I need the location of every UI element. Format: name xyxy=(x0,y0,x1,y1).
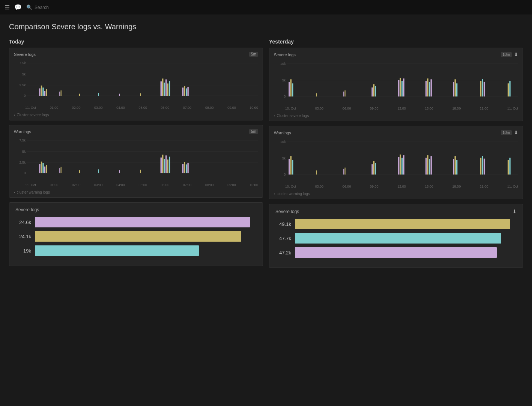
svg-rect-71 xyxy=(373,84,374,96)
chart-icon: ▪ xyxy=(274,192,275,196)
footer-label: cluster warning logs xyxy=(17,190,50,194)
svg-rect-106 xyxy=(401,158,403,174)
yesterday-warnings-panel: Warnings 10m ⬇ 10k 5k 0 xyxy=(269,126,523,199)
svg-rect-41 xyxy=(46,165,47,173)
yesterday-bars-filter-icon[interactable]: ⬇ xyxy=(512,209,517,214)
svg-text:2.5k: 2.5k xyxy=(19,161,26,164)
x-label: 12:00 xyxy=(397,185,406,188)
today-section: Today Severe logs 5m xyxy=(9,39,263,268)
chat-icon[interactable]: 💬 xyxy=(14,4,22,11)
today-label: Today xyxy=(9,39,263,45)
yesterday-label: Yesterday xyxy=(269,39,523,45)
footer-label: Cluster severe logs xyxy=(17,113,49,117)
yesterday-bars-header: Severe logs ⬇ xyxy=(275,209,517,214)
svg-rect-10 xyxy=(42,87,44,96)
svg-rect-109 xyxy=(427,155,428,174)
svg-rect-69 xyxy=(345,90,346,96)
svg-rect-38 xyxy=(41,162,42,173)
today-bars-header: Severe logs xyxy=(15,207,257,212)
svg-rect-16 xyxy=(162,78,163,96)
x-label: 11. Oct xyxy=(507,185,518,188)
svg-rect-23 xyxy=(186,89,187,96)
yesterday-severe-chart: 10k 5k 0 xyxy=(274,60,518,112)
yesterday-warnings-filter-icon[interactable]: ⬇ xyxy=(514,130,518,135)
search-icon: 🔍 xyxy=(26,5,32,10)
search-bar[interactable]: 🔍 xyxy=(26,5,117,10)
yesterday-warnings-controls: 10m ⬇ xyxy=(501,130,518,135)
svg-rect-78 xyxy=(427,78,428,96)
svg-rect-47 xyxy=(165,155,167,173)
svg-rect-110 xyxy=(429,159,430,174)
svg-rect-119 xyxy=(509,158,510,174)
yesterday-bars-panel: Severe logs ⬇ 49.1k 47.7k 47.2k xyxy=(269,204,523,268)
svg-rect-70 xyxy=(371,87,373,96)
x-label: 11. Oct xyxy=(25,183,36,187)
yesterday-severe-interval[interactable]: 10m xyxy=(501,52,512,57)
svg-text:7.5k: 7.5k xyxy=(19,138,26,142)
svg-rect-37 xyxy=(39,164,40,173)
today-severe-svg: 7.5k 5k 2.5k 0 xyxy=(14,59,258,104)
x-label: 07:00 xyxy=(183,106,192,110)
svg-rect-114 xyxy=(456,160,457,174)
svg-rect-14 xyxy=(61,90,62,96)
search-input[interactable] xyxy=(35,5,117,10)
chart-icon: ▪ xyxy=(14,190,15,194)
svg-rect-22 xyxy=(184,86,185,96)
page-content: Comparison Severe logs vs. Warnings Toda… xyxy=(0,15,532,275)
svg-rect-57 xyxy=(140,170,141,173)
today-warnings-svg: 7.5k 5k 2.5k 0 xyxy=(14,136,258,181)
svg-text:5k: 5k xyxy=(22,72,26,76)
svg-rect-66 xyxy=(292,83,293,96)
svg-rect-18 xyxy=(165,80,167,96)
menu-icon[interactable]: ☰ xyxy=(5,4,10,11)
svg-text:10k: 10k xyxy=(280,62,286,66)
svg-rect-75 xyxy=(401,81,403,96)
svg-rect-67 xyxy=(316,93,317,96)
svg-rect-56 xyxy=(119,170,120,173)
right-bar-row-1: 47.7k xyxy=(275,233,517,244)
bar-fill-0 xyxy=(35,217,250,227)
x-label: 09:00 xyxy=(370,185,379,188)
x-label: 11. Oct xyxy=(25,106,36,110)
svg-rect-100 xyxy=(345,168,346,175)
svg-rect-83 xyxy=(456,83,457,96)
x-label: 06:00 xyxy=(343,185,351,188)
svg-rect-104 xyxy=(398,157,399,174)
bar-row-2: 19k xyxy=(15,245,257,256)
today-bars-panel: Severe logs 24.6k 24.1k 19k xyxy=(9,202,263,266)
today-severe-interval[interactable]: 5m xyxy=(249,52,258,57)
x-label: 04:00 xyxy=(116,106,125,110)
today-warnings-title: Warnings xyxy=(14,129,31,134)
svg-rect-65 xyxy=(290,79,292,96)
page-title: Comparison Severe logs vs. Warnings xyxy=(9,23,523,31)
svg-rect-9 xyxy=(41,86,42,96)
svg-rect-55 xyxy=(98,169,99,173)
svg-rect-77 xyxy=(425,81,427,96)
svg-text:2.5k: 2.5k xyxy=(19,83,26,87)
today-warnings-interval[interactable]: 5m xyxy=(249,129,258,134)
x-label: 12:00 xyxy=(397,107,406,110)
svg-rect-79 xyxy=(429,82,430,96)
svg-rect-27 xyxy=(119,94,120,96)
yesterday-severe-filter-icon[interactable]: ⬇ xyxy=(514,52,518,57)
svg-rect-116 xyxy=(482,156,483,174)
x-label: 06:00 xyxy=(343,107,351,110)
today-severe-panel: Severe logs 5m 7.5k 5k xyxy=(9,48,263,120)
yesterday-warnings-interval[interactable]: 10m xyxy=(501,130,512,135)
svg-rect-28 xyxy=(140,93,141,96)
right-bar-fill-1 xyxy=(295,233,501,244)
x-label: 21:00 xyxy=(480,107,488,110)
today-severe-footer: ▪ Cluster severe logs xyxy=(14,113,258,117)
svg-rect-108 xyxy=(425,158,427,174)
svg-rect-42 xyxy=(59,168,60,173)
x-label: 08:00 xyxy=(205,106,214,110)
svg-rect-12 xyxy=(46,89,47,96)
svg-text:5k: 5k xyxy=(22,150,26,153)
svg-rect-64 xyxy=(289,82,290,96)
svg-rect-17 xyxy=(164,83,165,96)
svg-rect-113 xyxy=(455,156,456,174)
x-label: 07:00 xyxy=(183,183,192,187)
svg-rect-118 xyxy=(508,160,509,174)
x-label: 03:00 xyxy=(94,106,103,110)
footer-label: Cluster severe logs xyxy=(277,114,309,118)
